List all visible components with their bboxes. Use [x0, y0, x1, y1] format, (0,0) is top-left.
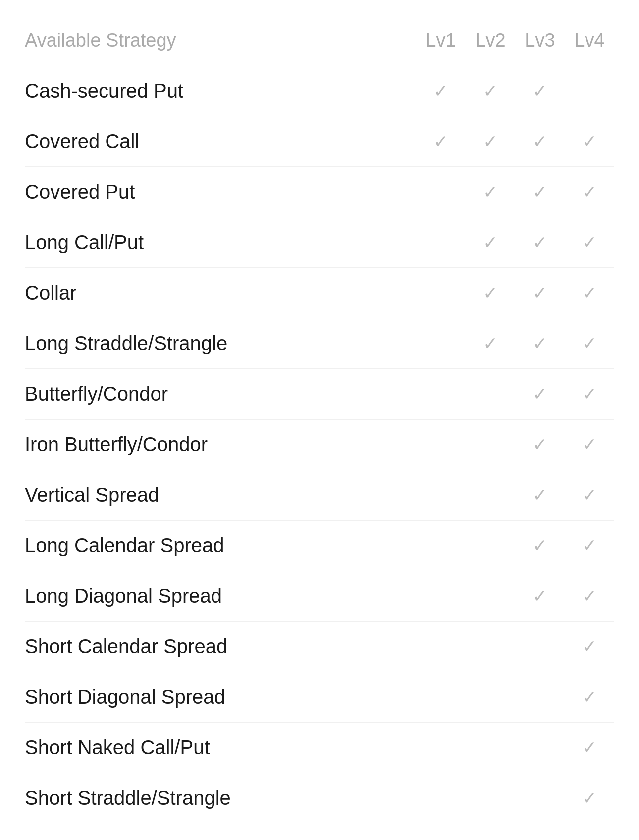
strategy-name: Short Straddle/Strangle: [25, 787, 416, 809]
checkmark-icon: ✓: [582, 434, 597, 455]
checkmark-icon: ✓: [483, 232, 498, 253]
lv3-check-cell: ✓: [515, 384, 565, 405]
checkmark-icon: ✓: [582, 535, 597, 556]
lv3-check-cell: ✓: [515, 81, 565, 102]
strategy-name: Cash-secured Put: [25, 80, 416, 102]
table-row: Long Calendar Spread✓✓: [25, 521, 614, 571]
lv1-check-cell: [416, 737, 466, 758]
strategy-name: Iron Butterfly/Condor: [25, 433, 416, 456]
checkmark-icon: ✓: [582, 283, 597, 304]
table-row: Long Call/Put✓✓✓: [25, 217, 614, 268]
table-row: Covered Put✓✓✓: [25, 167, 614, 217]
lv1-check-cell: [416, 687, 466, 708]
checkmark-icon: ✓: [483, 81, 498, 102]
lv2-check-cell: [466, 687, 515, 708]
lv3-column-header: Lv3: [515, 30, 565, 51]
checkmark-icon: ✓: [532, 131, 547, 152]
lv3-check-cell: ✓: [515, 434, 565, 455]
lv1-check-cell: [416, 434, 466, 455]
lv2-check-cell: ✓: [466, 232, 515, 253]
lv2-check-cell: [466, 535, 515, 556]
strategy-table: Available Strategy Lv1 Lv2 Lv3 Lv4 Cash-…: [25, 20, 614, 823]
lv2-check-cell: ✓: [466, 182, 515, 203]
table-row: Long Straddle/Strangle✓✓✓: [25, 318, 614, 369]
lv2-check-cell: [466, 384, 515, 405]
lv1-check-cell: [416, 283, 466, 304]
lv4-check-cell: ✓: [565, 788, 614, 809]
lv2-check-cell: ✓: [466, 81, 515, 102]
lv2-check-cell: [466, 737, 515, 758]
lv1-check-cell: [416, 384, 466, 405]
checkmark-icon: ✓: [532, 586, 547, 607]
checkmark-icon: ✓: [532, 434, 547, 455]
lv2-check-cell: [466, 434, 515, 455]
lv1-check-cell: [416, 586, 466, 607]
lv4-check-cell: ✓: [565, 636, 614, 657]
lv1-check-cell: [416, 485, 466, 506]
table-row: Short Calendar Spread✓: [25, 622, 614, 672]
strategy-name: Butterfly/Condor: [25, 383, 416, 405]
table-row: Vertical Spread✓✓: [25, 470, 614, 521]
lv2-check-cell: ✓: [466, 333, 515, 354]
checkmark-icon: ✓: [532, 485, 547, 506]
lv4-check-cell: ✓: [565, 283, 614, 304]
lv3-check-cell: ✓: [515, 586, 565, 607]
strategy-name: Long Straddle/Strangle: [25, 332, 416, 355]
checkmark-icon: ✓: [532, 384, 547, 405]
lv4-check-cell: [565, 81, 614, 102]
lv3-check-cell: [515, 636, 565, 657]
lv4-check-cell: ✓: [565, 232, 614, 253]
lv2-check-cell: [466, 788, 515, 809]
lv4-check-cell: ✓: [565, 384, 614, 405]
checkmark-icon: ✓: [483, 182, 498, 203]
strategy-name: Covered Put: [25, 181, 416, 203]
lv3-check-cell: [515, 737, 565, 758]
checkmark-icon: ✓: [582, 737, 597, 758]
lv4-check-cell: ✓: [565, 333, 614, 354]
checkmark-icon: ✓: [483, 283, 498, 304]
strategy-name: Long Diagonal Spread: [25, 585, 416, 607]
lv4-column-header: Lv4: [565, 30, 614, 51]
strategy-name: Covered Call: [25, 130, 416, 153]
lv2-check-cell: [466, 586, 515, 607]
strategy-name: Long Call/Put: [25, 231, 416, 254]
checkmark-icon: ✓: [532, 535, 547, 556]
checkmark-icon: ✓: [532, 182, 547, 203]
lv4-check-cell: ✓: [565, 687, 614, 708]
lv3-check-cell: ✓: [515, 535, 565, 556]
table-row: Short Naked Call/Put✓: [25, 723, 614, 773]
table-body: Cash-secured Put✓✓✓Covered Call✓✓✓✓Cover…: [25, 66, 614, 823]
checkmark-icon: ✓: [582, 586, 597, 607]
table-row: Short Straddle/Strangle✓: [25, 773, 614, 823]
lv1-check-cell: [416, 535, 466, 556]
lv2-check-cell: ✓: [466, 131, 515, 152]
table-row: Iron Butterfly/Condor✓✓: [25, 420, 614, 470]
lv2-check-cell: [466, 485, 515, 506]
checkmark-icon: ✓: [532, 232, 547, 253]
lv4-check-cell: ✓: [565, 131, 614, 152]
checkmark-icon: ✓: [582, 131, 597, 152]
lv2-check-cell: ✓: [466, 283, 515, 304]
lv3-check-cell: ✓: [515, 182, 565, 203]
strategy-name: Vertical Spread: [25, 484, 416, 506]
lv3-check-cell: ✓: [515, 283, 565, 304]
checkmark-icon: ✓: [582, 788, 597, 809]
lv1-check-cell: ✓: [416, 131, 466, 152]
lv3-check-cell: ✓: [515, 131, 565, 152]
lv1-check-cell: ✓: [416, 81, 466, 102]
checkmark-icon: ✓: [483, 333, 498, 354]
strategy-name: Short Calendar Spread: [25, 635, 416, 658]
strategy-name: Short Diagonal Spread: [25, 686, 416, 708]
lv4-check-cell: ✓: [565, 434, 614, 455]
strategy-column-header: Available Strategy: [25, 30, 416, 51]
lv2-column-header: Lv2: [466, 30, 515, 51]
lv1-check-cell: [416, 333, 466, 354]
table-row: Cash-secured Put✓✓✓: [25, 66, 614, 116]
checkmark-icon: ✓: [582, 687, 597, 708]
table-header: Available Strategy Lv1 Lv2 Lv3 Lv4: [25, 20, 614, 66]
checkmark-icon: ✓: [433, 81, 448, 102]
table-row: Short Diagonal Spread✓: [25, 672, 614, 723]
checkmark-icon: ✓: [582, 333, 597, 354]
lv2-check-cell: [466, 636, 515, 657]
table-row: Butterfly/Condor✓✓: [25, 369, 614, 420]
